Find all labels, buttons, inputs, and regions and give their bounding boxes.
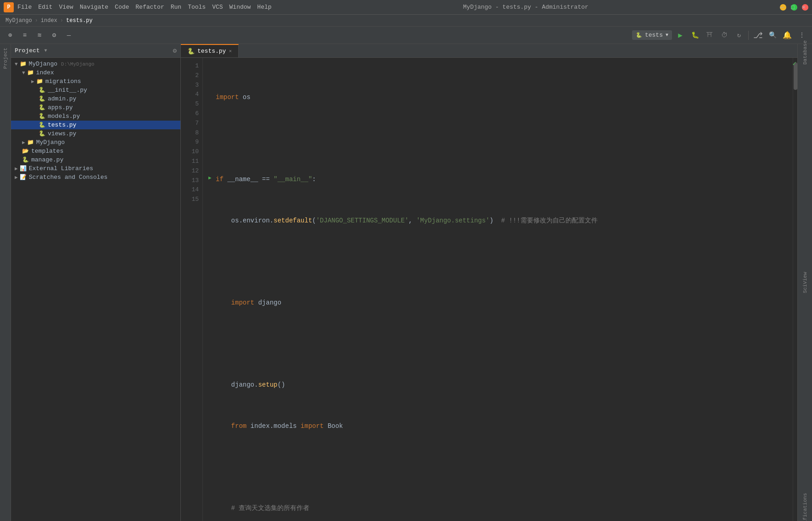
tree-label: MyDjango xyxy=(29,61,57,67)
tree-item-apps[interactable]: 🐍 apps.py xyxy=(11,103,180,112)
py-file-icon: 🐍 xyxy=(39,113,46,120)
tree-item-tests[interactable]: 🐍 tests.py xyxy=(11,121,180,129)
code-line-3: ▶ if __name__ == "__main__": xyxy=(208,174,787,184)
project-panel: Project ▼ ⚙ ▼ 📁 MyDjango D:\MyDjango ▼ 📁… xyxy=(11,44,181,521)
menu-window[interactable]: Window xyxy=(230,4,251,11)
left-panel-labels: Project xyxy=(0,44,11,521)
scratch-icon: 📝 xyxy=(20,174,27,181)
tree-label: models.py xyxy=(48,113,80,120)
right-sidebar-sciview[interactable]: SciView xyxy=(799,276,812,289)
tree-item-scratches[interactable]: ▶ 📝 Scratches and Consoles xyxy=(11,173,180,182)
lib-icon: 📊 xyxy=(20,165,27,172)
tree-label: External Libraries xyxy=(29,165,93,172)
tree-label: Scratches and Consoles xyxy=(29,174,108,181)
tab-label: tests.py xyxy=(197,48,226,55)
menu-file[interactable]: File xyxy=(17,4,32,11)
tree-label: templates xyxy=(31,148,63,155)
more-run-btn[interactable]: ↻ xyxy=(733,29,745,42)
toolbar-collapse-btn[interactable]: ≋ xyxy=(33,29,46,42)
code-line-8: django.setup() xyxy=(208,380,787,390)
tab-close-icon[interactable]: × xyxy=(229,49,232,54)
editor-scrollbar[interactable]: ✓ xyxy=(793,58,797,521)
py-file-icon: 🐍 xyxy=(39,87,46,94)
main-layout: Project Project ▼ ⚙ ▼ 📁 MyDjango D:\MyDj… xyxy=(0,44,812,521)
debug-button[interactable]: 🐛 xyxy=(689,29,701,42)
tree-label: admin.py xyxy=(48,95,76,102)
right-sidebar-notifications[interactable]: Notifications xyxy=(799,506,812,519)
tree-item-init[interactable]: 🐍 __init__.py xyxy=(11,86,180,94)
tree-item-manage[interactable]: 🐍 manage.py xyxy=(11,155,180,164)
menu-refactor[interactable]: Refactor xyxy=(135,4,164,11)
tree-item-templates[interactable]: 📂 templates xyxy=(11,147,180,155)
notifications-btn[interactable]: 🔔 xyxy=(781,29,794,42)
code-content[interactable]: import os ▶ if __name__ == "__main__": o… xyxy=(203,58,793,521)
toolbar-expand-btn[interactable]: ≡ xyxy=(18,29,31,42)
breadcrumb-item-2[interactable]: tests.py xyxy=(66,17,93,24)
run-config-dropdown-icon: ▼ xyxy=(666,33,668,38)
tree-item-admin[interactable]: 🐍 admin.py xyxy=(11,94,180,103)
menu-vcs[interactable]: VCS xyxy=(212,4,223,11)
tree-label: manage.py xyxy=(31,156,63,163)
breadcrumb-sep-0: › xyxy=(35,17,38,24)
code-line-11: # 查询天文选集的所有作者 xyxy=(208,503,787,513)
right-sidebar-database[interactable]: Database xyxy=(799,46,812,59)
folder-icon: 📁 xyxy=(27,69,34,76)
toolbar: ⊕ ≡ ≋ ⚙ — 🐍 tests ▼ ▶ 🐛 ⛩ ⏱ ↻ ⎇ 🔍 🔔 ⋮ xyxy=(0,27,812,44)
window-controls: — □ × xyxy=(780,4,808,11)
line-numbers: 1 2 3 4 5 6 7 8 9 10 11 12 13 14 15 xyxy=(181,58,203,521)
git-icon[interactable]: ⎇ xyxy=(751,29,764,42)
search-everywhere-btn[interactable]: 🔍 xyxy=(766,29,779,42)
menu-edit[interactable]: Edit xyxy=(38,4,52,11)
close-button[interactable]: × xyxy=(802,4,808,11)
editor-tab-bar: 🐍 tests.py × xyxy=(181,44,797,58)
menu-run[interactable]: Run xyxy=(171,4,181,11)
tree-label: views.py xyxy=(48,130,76,137)
py-file-icon: 🐍 xyxy=(39,95,46,102)
profile-button[interactable]: ⏱ xyxy=(718,29,731,42)
breadcrumb-item-1[interactable]: index xyxy=(41,17,57,24)
menu-tools[interactable]: Tools xyxy=(188,4,206,11)
toolbar-structure-btn[interactable]: ⊕ xyxy=(4,29,17,42)
coverage-button[interactable]: ⛩ xyxy=(703,29,716,42)
app-logo: P xyxy=(4,2,14,12)
code-line-4: os.environ.setdefault('DJANGO_SETTINGS_M… xyxy=(208,216,787,226)
menu-code[interactable]: Code xyxy=(115,4,129,11)
toolbar-minus-btn[interactable]: — xyxy=(62,29,75,42)
breadcrumb: MyDjango › index › tests.py xyxy=(0,15,812,27)
code-line-5 xyxy=(208,256,787,266)
breadcrumb-item-0[interactable]: MyDjango xyxy=(6,17,32,24)
project-panel-title: Project xyxy=(15,47,40,54)
tab-tests-py[interactable]: 🐍 tests.py × xyxy=(181,44,239,57)
title-bar: P File Edit View Navigate Code Refactor … xyxy=(0,0,812,15)
project-label[interactable]: Project xyxy=(1,44,10,72)
code-line-2 xyxy=(208,133,787,144)
tree-label: apps.py xyxy=(48,104,73,111)
py-file-icon: 🐍 xyxy=(22,156,29,163)
menu-bar: File Edit View Navigate Code Refactor Ru… xyxy=(17,4,272,11)
code-line-10 xyxy=(208,462,787,472)
minimize-button[interactable]: — xyxy=(780,4,786,11)
menu-help[interactable]: Help xyxy=(257,4,271,11)
folder-icon: 📂 xyxy=(22,148,29,155)
run-configuration[interactable]: 🐍 tests ▼ xyxy=(632,30,672,40)
run-config-label: tests xyxy=(645,32,663,39)
menu-view[interactable]: View xyxy=(59,4,73,11)
maximize-button[interactable]: □ xyxy=(791,4,797,11)
toolbar-settings-btn[interactable]: ⚙ xyxy=(48,29,61,42)
run-button[interactable]: ▶ xyxy=(674,29,687,42)
tree-item-mydjango[interactable]: ▼ 📁 MyDjango D:\MyDjango xyxy=(11,60,180,68)
tree-item-migrations[interactable]: ▶ 📁 migrations xyxy=(11,77,180,86)
right-sidebar: Database SciView Notifications xyxy=(797,44,812,521)
no-errors-indicator: ✓ xyxy=(793,60,796,67)
project-gear-icon[interactable]: ⚙ xyxy=(173,47,177,55)
tree-item-mydjango-sub[interactable]: ▶ 📁 MyDjango xyxy=(11,138,180,147)
code-editor[interactable]: 1 2 3 4 5 6 7 8 9 10 11 12 13 14 15 xyxy=(181,58,797,521)
tree-item-external-libs[interactable]: ▶ 📊 External Libraries xyxy=(11,164,180,173)
tree-item-index[interactable]: ▼ 📁 index xyxy=(11,68,180,77)
tree-item-models[interactable]: 🐍 models.py xyxy=(11,112,180,121)
menu-navigate[interactable]: Navigate xyxy=(80,4,108,11)
code-line-7 xyxy=(208,339,787,349)
breadcrumb-sep-1: › xyxy=(60,17,63,24)
window-title: MyDjango - tests.py - Administrator xyxy=(272,4,780,11)
tree-item-views[interactable]: 🐍 views.py xyxy=(11,129,180,138)
